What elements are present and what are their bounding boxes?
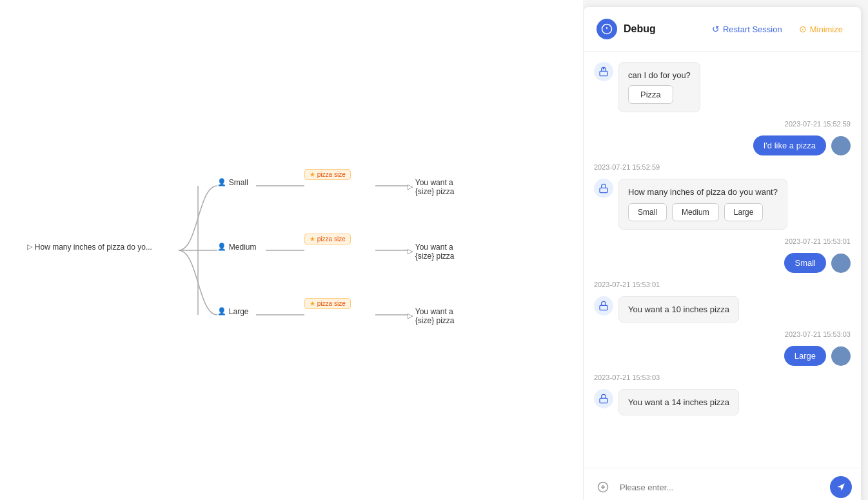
svg-rect-8 [600,71,607,75]
chat-input[interactable] [620,483,824,492]
flow-output-medium: ▷ You want a {size} pizza [408,243,466,261]
msg5-timestamp: 2023-07-21 15:53:03 [594,330,851,338]
msg6-timestamp: 2023-07-21 15:53:03 [594,374,851,381]
small-reply-button[interactable]: Small [628,203,667,221]
flow-output-large: ▷ You want a {size} pizza [408,307,466,325]
svg-point-14 [839,352,843,356]
quick-replies: Small Medium Large [628,203,778,221]
bot-message-4: You want a 10 inches pizza [594,296,851,323]
flow-badge-large: ★ pizza size [304,297,351,309]
bot-avatar-initial [594,62,613,81]
svg-point-9 [603,68,604,69]
user-bubble-5: Large [784,346,826,366]
svg-point-10 [839,142,843,146]
flow-panel: ▷ How many inches of pizza do yo... 👤 Sm… [0,0,583,500]
debug-panel: Debug ↺ Restart Session ⊙ Minimize can I… [583,6,862,500]
bot-avatar-4 [594,296,613,315]
msg3-timestamp: 2023-07-21 15:53:01 [594,237,851,245]
bot-avatar-6 [594,389,613,408]
bot-bubble-initial: can I do for you? Pizza [618,62,700,112]
flow-branch-small: 👤 Small [217,178,248,187]
svg-point-12 [839,259,843,263]
restart-session-button[interactable]: ↺ Restart Session [707,21,787,37]
debug-icon [597,19,617,39]
debug-title: Debug [624,23,700,35]
flow-badge-medium: ★ pizza size [304,232,351,245]
user-avatar-1 [831,136,851,155]
user-avatar-3 [831,254,851,273]
bot-message-6: You want a 14 inches pizza [594,389,851,415]
msg1-timestamp: 2023-07-21 15:52:59 [594,120,851,128]
user-message-5: Large [594,346,851,366]
bot-bubble-2: How many inches of pizza do you want? Sm… [618,179,787,230]
svg-rect-11 [600,188,607,192]
large-reply-button[interactable]: Large [724,203,764,221]
user-avatar-5 [831,346,851,366]
user-message-3: Small [594,253,851,273]
user-bubble-1: I'd like a pizza [753,135,826,155]
bot-avatar-2 [594,179,613,198]
user-bubble-3: Small [784,253,826,273]
medium-reply-button[interactable]: Medium [672,203,719,221]
minimize-icon: ⊙ [799,24,807,34]
debug-header: Debug ↺ Restart Session ⊙ Minimize [584,7,861,52]
user-message-1: I'd like a pizza [594,135,851,155]
flow-branch-medium: 👤 Medium [217,243,257,252]
msg2-timestamp: 2023-07-21 15:52:59 [594,163,851,171]
flow-output-small: ▷ You want a {size} pizza [408,178,466,196]
chat-messages: can I do for you? Pizza 2023-07-21 15:52… [584,52,861,468]
send-button[interactable] [830,476,852,498]
chat-input-area [584,468,861,500]
svg-rect-13 [600,305,607,310]
restart-icon: ↺ [712,24,720,34]
bot-message-2: How many inches of pizza do you want? Sm… [594,179,851,230]
pizza-button[interactable]: Pizza [628,85,673,104]
bot-bubble-6: You want a 14 inches pizza [618,389,739,415]
bot-message-initial: can I do for you? Pizza [594,62,851,112]
msg4-timestamp: 2023-07-21 15:53:01 [594,281,851,288]
flow-badge-small: ★ pizza size [304,168,351,180]
svg-rect-15 [600,398,607,403]
minimize-button[interactable]: ⊙ Minimize [794,21,848,37]
flow-root-node: ▷ How many inches of pizza do yo... [27,243,152,252]
attach-button[interactable] [593,477,613,497]
flow-branch-large: 👤 Large [217,307,249,316]
bot-bubble-4: You want a 10 inches pizza [618,296,739,323]
